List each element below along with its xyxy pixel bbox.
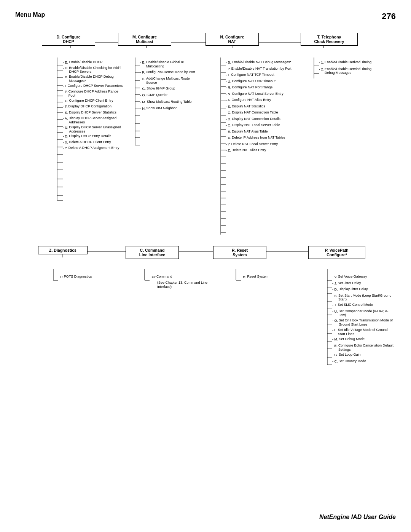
box-m-line1: M. Configure (132, 35, 157, 39)
dhcp-item-h: - H. Enable/Disable Checking for Add'l D… (63, 66, 124, 74)
main-diagram: D. Configure DHCP M. Configure Multicast… (34, 29, 377, 372)
footer: NetEngine IAD User Guide (319, 514, 396, 521)
telephony-items: - 1. Enable/Disable Derived Timing - 2. … (319, 60, 374, 75)
mc-item-p: - P. Config PIM-Dense Mode by Port (140, 70, 197, 75)
mc-item-e: - E. Enable/Disable Global IP Multicasti… (140, 60, 197, 69)
nat-item-a: - A. Configure NAT Alias Entry (226, 98, 292, 103)
nat-item-s: - S. Display NAT Statistics (226, 104, 292, 110)
vp-item-j: - J. Set Jitter Delay (332, 281, 395, 286)
footer-text: NetEngine IAD User Guide (319, 514, 396, 520)
dhcp-item-u: - U. Display DHCP Server Unassigned Addr… (63, 125, 124, 134)
vp-item-l: - L. Set Idle Voltage Mode of Ground Sta… (332, 328, 395, 336)
vp-item-o: - O. Set On Hook Transmission Mode of Gr… (332, 318, 395, 327)
box-z-line1: Z. Diagnostics (49, 248, 76, 252)
box-z-diagnostics: Z. Diagnostics (38, 246, 88, 254)
mc-item-s: - S. Add/Change Multicast Route Source (140, 77, 197, 85)
mc-item-g: - G. Show IGMP Group (140, 86, 197, 92)
dhcp-item-p: - P. Configure DHCP Address Range Pool (63, 89, 124, 98)
nat-item-e: - E. Display NAT Alias Table (226, 129, 292, 135)
dhcp-item-c: - C. Configure DHCP Client Entry (63, 99, 124, 104)
vp-item-t: - T. Set SLIC Control Mode (332, 303, 395, 308)
cli-item-see: (See Chapter 13, Command Line Interface) (150, 281, 210, 289)
reset-item-r: - R. Reset System (241, 275, 298, 280)
vp-item-s: - S. Set Start Mode (Loop Start/Ground S… (332, 294, 395, 302)
mc-item-o: - O. IGMP Querier (140, 93, 197, 98)
nat-item-c: - C. Display NAT Connection Table (226, 110, 292, 116)
box-c-line2: Line Interface (139, 252, 165, 257)
vp-item-g: - G. Set Loop Gain (332, 353, 395, 358)
box-m-line2: Multicast (136, 39, 153, 44)
box-t-line1: T. Telephony (317, 35, 341, 39)
tel-item-2: - 2. Enable/Disable Dervied Timing Debug… (319, 67, 374, 75)
dhcp-item-b: - B. Enable/Disable DHCP Debug Messages* (63, 75, 124, 83)
dhcp-item-d: - D. Display DHCP Entry Details (63, 134, 124, 139)
box-t-line2: Clock Recovery (314, 39, 344, 44)
box-d-line2: DHCP (63, 39, 74, 44)
dhcp-item-i: - I. Configure DHCP Server Parameters (63, 84, 124, 89)
box-p-line1: P. VoicePath (325, 248, 348, 252)
nat-item-o: - O. Display NAT Local Server Table (226, 123, 292, 128)
box-n-line2: NAT (228, 39, 236, 44)
box-m-configure: M. Configure Multicast (118, 33, 171, 46)
box-c-command: C. Command Line Interface (126, 246, 179, 259)
box-p-line2: Configure* (327, 252, 347, 257)
dhcp-items: - E. Enable/Disable DHCP - H. Enable/Dis… (63, 60, 124, 152)
box-p-voicepath: P. VoicePath Configure* (308, 246, 365, 259)
nat-item-y: - Y. Delete NAT Local Server Entry (226, 142, 292, 147)
nat-item-p: - P. Enable/Disable NAT Translation by P… (226, 67, 292, 72)
box-d-configure: D. Configure DHCP (42, 33, 95, 46)
dhcp-item-y: - Y. Delete A DHCP Assignment Entry (63, 146, 124, 151)
vp-item-v: - V. Set Voice Gateway (332, 275, 395, 280)
dhcp-item-f: - F. Display DHCP Configuration (63, 104, 124, 110)
nat-item-t: - T. Configure NAT TCP Timeout (226, 73, 292, 78)
diag-item-p: - P. POTS Diagnostics (58, 275, 115, 280)
header: Menu Map 276 (15, 11, 396, 21)
cli-items: - => Command (See Chapter 13, Command Li… (150, 275, 210, 290)
box-n-configure: N. Configure NAT (206, 33, 259, 46)
header-title: Menu Map (15, 11, 45, 18)
dhcp-item-x: - X. Delete A DHCP Client Entry (63, 140, 124, 145)
box-r-reset: R. Reset System (213, 246, 266, 259)
nat-item-z: - Z. Delete NAT Alias Entry (226, 148, 292, 153)
multicast-items: - E. Enable/Disable Global IP Multicasti… (140, 60, 197, 112)
nat-item-x: - X. Delete IP Address from NAT Tables (226, 136, 292, 141)
voicepath-items: - V. Set Voice Gateway - J. Set Jitter D… (332, 275, 395, 364)
box-d-line1: D. Configure (57, 35, 81, 39)
dhcp-item-a: - A. Display DHCP Server Assigned Addres… (63, 116, 124, 125)
page: Menu Map 276 (0, 0, 411, 532)
nat-item-d: - D. Display NAT Connection Details (226, 117, 292, 122)
nat-item-u: - U. Configure NAT UDP Timeout (226, 79, 292, 85)
cli-item-cmd: - => Command (150, 275, 210, 280)
box-t-telephony: T. Telephony Clock Recovery (301, 33, 358, 46)
dhcp-item-e: - E. Enable/Disable DHCP (63, 60, 124, 66)
nat-items: - B. Enable/Disable NAT Debug Messages* … (226, 60, 292, 154)
vp-item-m: - M. Set Debug Mode (332, 337, 395, 342)
vp-item-d: - D. Display Jitter Delay (332, 287, 395, 292)
box-r-line1: R. Reset (232, 248, 248, 252)
box-r-line2: System (233, 252, 247, 257)
mc-item-m: - M. Show Multicast Routing Table (140, 100, 197, 105)
reset-items: - R. Reset System (241, 275, 298, 280)
mc-item-n: - N. Show PIM Neighbor (140, 106, 197, 112)
dhcp-item-s: - S. Display DHCP Server Statistics (63, 110, 124, 116)
nat-item-r: - R. Configure NAT Port Range (226, 85, 292, 91)
vp-item-e: - E. Configure Echo Cancellation Default… (332, 343, 395, 352)
nat-item-b: - B. Enable/Disable NAT Debug Messages* (226, 60, 292, 66)
tel-item-1: - 1. Enable/Disable Derived Timing (319, 60, 374, 66)
vp-item-u: - U. Set Compander Mode (u-Law, A-Law) (332, 309, 395, 318)
diag-items: - P. POTS Diagnostics (58, 275, 115, 280)
vp-item-c: - C. Set Country Mode (332, 359, 395, 364)
box-n-line1: N. Configure (220, 35, 244, 39)
nat-item-n: - N. Configure NAT Local Server Entry (226, 92, 292, 97)
header-page: 276 (382, 11, 396, 21)
box-c-line1: C. Command (140, 248, 165, 252)
